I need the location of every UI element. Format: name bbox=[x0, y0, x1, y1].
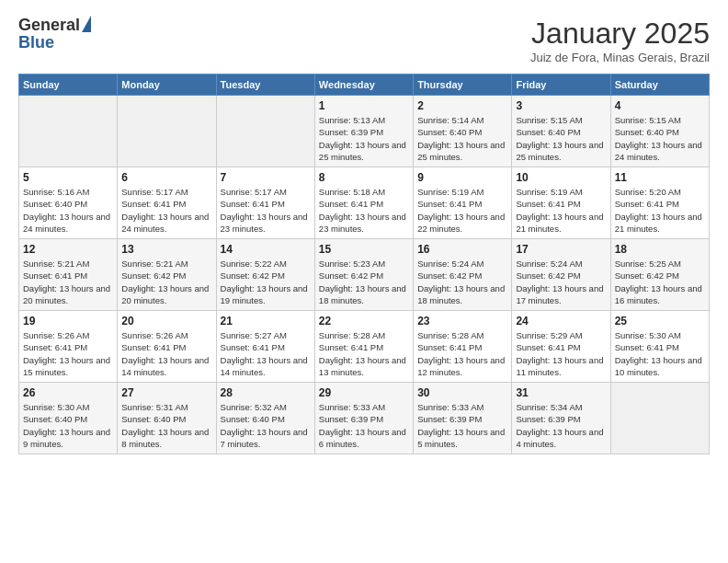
calendar-cell: 9Sunrise: 5:19 AMSunset: 6:41 PMDaylight… bbox=[414, 167, 512, 239]
cell-date: 17 bbox=[516, 243, 606, 256]
calendar-cell: 5Sunrise: 5:16 AMSunset: 6:40 PMDaylight… bbox=[19, 167, 118, 239]
calendar-cell: 7Sunrise: 5:17 AMSunset: 6:41 PMDaylight… bbox=[216, 167, 314, 239]
week-row-1: 1Sunrise: 5:13 AMSunset: 6:39 PMDaylight… bbox=[19, 96, 710, 167]
cell-info: Sunrise: 5:14 AMSunset: 6:40 PMDaylight:… bbox=[417, 114, 507, 163]
calendar-cell: 8Sunrise: 5:18 AMSunset: 6:41 PMDaylight… bbox=[314, 167, 413, 239]
cell-date: 8 bbox=[319, 171, 409, 184]
cell-date: 10 bbox=[516, 171, 606, 184]
cell-date: 31 bbox=[516, 386, 606, 399]
calendar-cell: 30Sunrise: 5:33 AMSunset: 6:39 PMDayligh… bbox=[414, 383, 512, 454]
cell-date: 3 bbox=[516, 99, 606, 112]
cell-date: 21 bbox=[221, 315, 311, 327]
calendar-cell: 26Sunrise: 5:30 AMSunset: 6:40 PMDayligh… bbox=[19, 383, 118, 454]
calendar-cell: 11Sunrise: 5:20 AMSunset: 6:41 PMDayligh… bbox=[610, 167, 709, 239]
week-row-3: 12Sunrise: 5:21 AMSunset: 6:41 PMDayligh… bbox=[19, 239, 710, 311]
cell-info: Sunrise: 5:18 AMSunset: 6:41 PMDaylight:… bbox=[319, 186, 409, 235]
calendar-cell: 28Sunrise: 5:32 AMSunset: 6:40 PMDayligh… bbox=[216, 383, 314, 454]
cell-date: 9 bbox=[417, 171, 507, 184]
calendar-cell: 25Sunrise: 5:30 AMSunset: 6:41 PMDayligh… bbox=[610, 311, 709, 383]
cell-date: 29 bbox=[319, 386, 409, 399]
cell-date: 25 bbox=[615, 315, 705, 327]
calendar-cell: 1Sunrise: 5:13 AMSunset: 6:39 PMDaylight… bbox=[314, 96, 413, 167]
cell-date: 14 bbox=[221, 243, 311, 256]
cell-date: 1 bbox=[319, 99, 409, 112]
cell-date: 4 bbox=[615, 99, 705, 112]
cell-date: 24 bbox=[516, 315, 606, 327]
col-header-friday: Friday bbox=[512, 75, 610, 96]
cell-date: 18 bbox=[615, 243, 705, 256]
cell-date: 15 bbox=[319, 243, 409, 256]
calendar-cell: 17Sunrise: 5:24 AMSunset: 6:42 PMDayligh… bbox=[512, 239, 610, 311]
cell-date: 11 bbox=[615, 171, 705, 184]
calendar: SundayMondayTuesdayWednesdayThursdayFrid… bbox=[18, 74, 710, 454]
week-row-2: 5Sunrise: 5:16 AMSunset: 6:40 PMDaylight… bbox=[19, 167, 710, 239]
calendar-cell: 3Sunrise: 5:15 AMSunset: 6:40 PMDaylight… bbox=[512, 96, 610, 167]
calendar-cell: 24Sunrise: 5:29 AMSunset: 6:41 PMDayligh… bbox=[512, 311, 610, 383]
calendar-cell: 27Sunrise: 5:31 AMSunset: 6:40 PMDayligh… bbox=[118, 383, 216, 454]
calendar-cell: 16Sunrise: 5:24 AMSunset: 6:42 PMDayligh… bbox=[414, 239, 512, 311]
calendar-cell bbox=[19, 96, 118, 167]
cell-info: Sunrise: 5:13 AMSunset: 6:39 PMDaylight:… bbox=[319, 114, 409, 163]
calendar-cell: 31Sunrise: 5:34 AMSunset: 6:39 PMDayligh… bbox=[512, 383, 610, 454]
location-subtitle: Juiz de Fora, Minas Gerais, Brazil bbox=[530, 51, 710, 64]
cell-info: Sunrise: 5:34 AMSunset: 6:39 PMDaylight:… bbox=[516, 401, 606, 450]
page: General Blue January 2025 Juiz de Fora, … bbox=[0, 0, 728, 563]
calendar-cell: 10Sunrise: 5:19 AMSunset: 6:41 PMDayligh… bbox=[512, 167, 610, 239]
cell-info: Sunrise: 5:33 AMSunset: 6:39 PMDaylight:… bbox=[319, 401, 409, 450]
calendar-cell: 20Sunrise: 5:26 AMSunset: 6:41 PMDayligh… bbox=[118, 311, 216, 383]
calendar-cell: 4Sunrise: 5:15 AMSunset: 6:40 PMDaylight… bbox=[610, 96, 709, 167]
cell-info: Sunrise: 5:32 AMSunset: 6:40 PMDaylight:… bbox=[221, 401, 311, 450]
logo-triangle-icon bbox=[82, 16, 91, 32]
logo: General Blue bbox=[18, 17, 91, 52]
col-header-monday: Monday bbox=[118, 75, 216, 96]
calendar-cell bbox=[118, 96, 216, 167]
cell-info: Sunrise: 5:15 AMSunset: 6:40 PMDaylight:… bbox=[615, 114, 705, 163]
calendar-header-row: SundayMondayTuesdayWednesdayThursdayFrid… bbox=[19, 75, 710, 96]
cell-date: 22 bbox=[319, 315, 409, 327]
cell-info: Sunrise: 5:24 AMSunset: 6:42 PMDaylight:… bbox=[516, 258, 606, 306]
cell-info: Sunrise: 5:22 AMSunset: 6:42 PMDaylight:… bbox=[221, 258, 311, 306]
cell-info: Sunrise: 5:24 AMSunset: 6:42 PMDaylight:… bbox=[417, 258, 507, 306]
month-title: January 2025 bbox=[530, 17, 710, 51]
title-block: January 2025 Juiz de Fora, Minas Gerais,… bbox=[530, 17, 710, 64]
cell-info: Sunrise: 5:25 AMSunset: 6:42 PMDaylight:… bbox=[615, 258, 705, 306]
col-header-wednesday: Wednesday bbox=[314, 75, 413, 96]
calendar-cell: 22Sunrise: 5:28 AMSunset: 6:41 PMDayligh… bbox=[314, 311, 413, 383]
cell-date: 6 bbox=[121, 171, 211, 184]
cell-info: Sunrise: 5:29 AMSunset: 6:41 PMDaylight:… bbox=[516, 329, 606, 378]
calendar-cell: 29Sunrise: 5:33 AMSunset: 6:39 PMDayligh… bbox=[314, 383, 413, 454]
cell-info: Sunrise: 5:27 AMSunset: 6:41 PMDaylight:… bbox=[221, 329, 311, 378]
cell-date: 13 bbox=[121, 243, 211, 256]
calendar-cell bbox=[610, 383, 709, 454]
logo-blue-text: Blue bbox=[18, 33, 54, 52]
cell-date: 20 bbox=[121, 315, 211, 327]
cell-date: 2 bbox=[417, 99, 507, 112]
calendar-cell: 18Sunrise: 5:25 AMSunset: 6:42 PMDayligh… bbox=[610, 239, 709, 311]
cell-info: Sunrise: 5:19 AMSunset: 6:41 PMDaylight:… bbox=[516, 186, 606, 235]
cell-date: 23 bbox=[417, 315, 507, 327]
cell-info: Sunrise: 5:30 AMSunset: 6:40 PMDaylight:… bbox=[23, 401, 113, 450]
cell-info: Sunrise: 5:17 AMSunset: 6:41 PMDaylight:… bbox=[221, 186, 311, 235]
cell-info: Sunrise: 5:26 AMSunset: 6:41 PMDaylight:… bbox=[121, 329, 211, 378]
cell-date: 12 bbox=[23, 243, 113, 256]
calendar-cell: 21Sunrise: 5:27 AMSunset: 6:41 PMDayligh… bbox=[216, 311, 314, 383]
cell-date: 5 bbox=[23, 171, 113, 184]
calendar-cell: 13Sunrise: 5:21 AMSunset: 6:42 PMDayligh… bbox=[118, 239, 216, 311]
cell-info: Sunrise: 5:33 AMSunset: 6:39 PMDaylight:… bbox=[417, 401, 507, 450]
cell-date: 30 bbox=[417, 386, 507, 399]
calendar-cell: 14Sunrise: 5:22 AMSunset: 6:42 PMDayligh… bbox=[216, 239, 314, 311]
calendar-cell: 23Sunrise: 5:28 AMSunset: 6:41 PMDayligh… bbox=[414, 311, 512, 383]
cell-info: Sunrise: 5:21 AMSunset: 6:42 PMDaylight:… bbox=[121, 258, 211, 306]
calendar-cell: 19Sunrise: 5:26 AMSunset: 6:41 PMDayligh… bbox=[19, 311, 118, 383]
calendar-cell: 12Sunrise: 5:21 AMSunset: 6:41 PMDayligh… bbox=[19, 239, 118, 311]
cell-date: 7 bbox=[221, 171, 311, 184]
week-row-4: 19Sunrise: 5:26 AMSunset: 6:41 PMDayligh… bbox=[19, 311, 710, 383]
cell-info: Sunrise: 5:17 AMSunset: 6:41 PMDaylight:… bbox=[121, 186, 211, 235]
calendar-cell bbox=[216, 96, 314, 167]
calendar-cell: 6Sunrise: 5:17 AMSunset: 6:41 PMDaylight… bbox=[118, 167, 216, 239]
cell-date: 19 bbox=[23, 315, 113, 327]
cell-info: Sunrise: 5:28 AMSunset: 6:41 PMDaylight:… bbox=[319, 329, 409, 378]
cell-info: Sunrise: 5:21 AMSunset: 6:41 PMDaylight:… bbox=[23, 258, 113, 306]
calendar-cell: 2Sunrise: 5:14 AMSunset: 6:40 PMDaylight… bbox=[414, 96, 512, 167]
col-header-saturday: Saturday bbox=[610, 75, 709, 96]
